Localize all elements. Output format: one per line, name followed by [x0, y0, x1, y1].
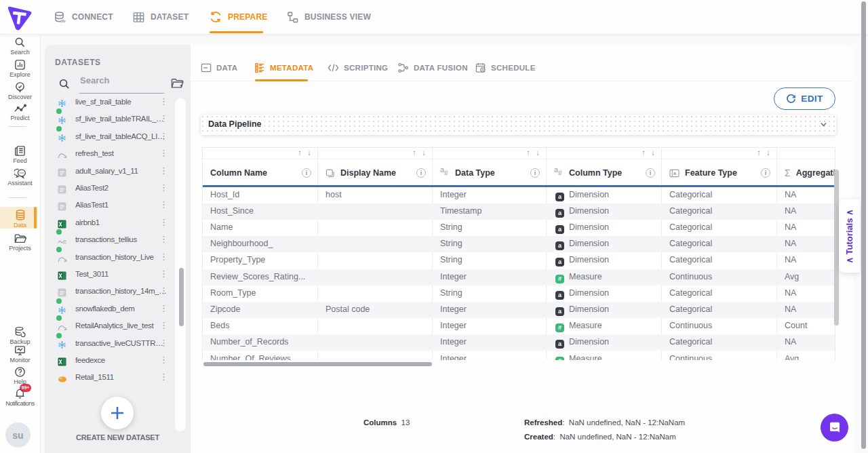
svg-text:a: a	[673, 170, 677, 176]
svg-text:db: db	[60, 18, 66, 22]
